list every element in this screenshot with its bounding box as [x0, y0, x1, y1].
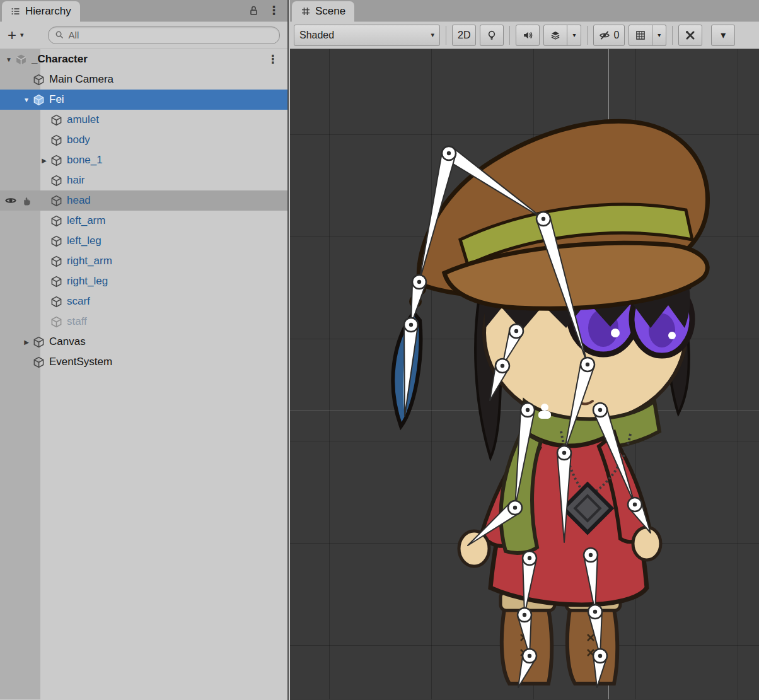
gameobject-icon — [50, 276, 62, 288]
foldout-collapsed-icon[interactable]: ▶ — [20, 339, 33, 346]
row-label: Canvas — [49, 335, 86, 348]
gameobject-icon — [50, 114, 62, 126]
grid-visibility-button[interactable] — [629, 25, 652, 46]
hierarchy-row-left-arm[interactable]: left_arm — [0, 211, 287, 231]
hierarchy-tabbar: Hierarchy ⋮ — [0, 0, 287, 21]
effects-layers-icon — [550, 30, 561, 41]
add-object-button[interactable]: + — [6, 28, 18, 43]
hierarchy-row-amulet[interactable]: amulet — [0, 110, 287, 130]
hidden-objects-count: 0 — [613, 30, 619, 41]
light-bulb-icon — [486, 30, 497, 41]
hierarchy-row-body[interactable]: body — [0, 130, 287, 150]
tab-scene-label: Scene — [315, 5, 345, 18]
hierarchy-list-icon — [11, 6, 21, 16]
hierarchy-row-character[interactable]: ▼ _Character ⋮ — [0, 49, 287, 69]
toolbar-separator — [509, 26, 510, 45]
mode-2d-label: 2D — [458, 30, 470, 41]
hierarchy-row-staff[interactable]: staff — [0, 312, 287, 332]
row-label: _Character — [32, 53, 88, 66]
foldout-expanded-icon[interactable]: ▼ — [20, 96, 33, 103]
chevron-down-icon: ▾ — [721, 29, 726, 41]
row-label: EventSystem — [49, 356, 112, 368]
gameobject-icon — [50, 175, 62, 187]
gameobject-icon — [33, 74, 45, 86]
unity-scene-icon — [15, 54, 27, 66]
search-input[interactable]: All — [48, 26, 280, 44]
gameobject-icon — [33, 336, 45, 348]
scene-tabbar: Scene — [290, 0, 759, 21]
shading-mode-dropdown[interactable]: Shaded ▾ — [294, 25, 440, 46]
row-label: staff — [67, 315, 87, 328]
row-label: head — [67, 194, 91, 207]
grid-settings-dropdown[interactable]: ▾ — [652, 25, 666, 46]
hierarchy-row-eventsystem[interactable]: EventSystem — [0, 352, 287, 372]
gameobject-icon — [33, 356, 45, 368]
scene-toolbar: Shaded ▾ 2D ▾ 0 — [290, 21, 759, 49]
scene-panel: Scene Shaded ▾ 2D ▾ 0 — [290, 0, 759, 700]
gameobject-icon — [50, 296, 62, 308]
scene-grid-icon — [301, 6, 311, 16]
hierarchy-row-scarf[interactable]: scarf — [0, 291, 287, 312]
gameobject-icon — [50, 255, 62, 267]
tab-hierarchy-label: Hierarchy — [25, 5, 71, 18]
hierarchy-row-head[interactable]: head — [0, 190, 287, 211]
chevron-down-icon: ▾ — [431, 31, 434, 39]
chevron-down-icon: ▾ — [658, 32, 661, 38]
visibility-eye-icon[interactable] — [4, 194, 17, 207]
gameobject-icon — [50, 316, 62, 328]
scene-effects-button[interactable] — [543, 25, 567, 46]
scene-options-icon[interactable]: ⋮ — [267, 52, 287, 66]
tab-scene[interactable]: Scene — [292, 1, 354, 21]
scene-tools-button[interactable] — [678, 25, 702, 46]
scene-effects-dropdown[interactable]: ▾ — [567, 25, 581, 46]
search-icon — [55, 30, 64, 40]
toolbar-overflow-dropdown[interactable]: ▾ — [711, 25, 735, 46]
row-label: scarf — [67, 295, 90, 308]
foldout-expanded-icon[interactable]: ▼ — [3, 56, 15, 63]
hierarchy-panel: Hierarchy ⋮ + ▾ All ▼ _Character ⋮ Main … — [0, 0, 289, 700]
row-label: Fei — [49, 93, 64, 106]
foldout-collapsed-icon[interactable]: ▶ — [38, 157, 50, 164]
hierarchy-row-main-camera[interactable]: Main Camera — [0, 69, 287, 90]
hierarchy-row-right-arm[interactable]: right_arm — [0, 251, 287, 271]
picking-hand-icon[interactable] — [20, 194, 33, 207]
hierarchy-toolbar: + ▾ All — [0, 21, 287, 49]
row-label: body — [67, 134, 90, 146]
search-text: All — [69, 30, 79, 40]
row-label: bone_1 — [67, 154, 103, 166]
toolbar-separator — [672, 26, 673, 45]
hierarchy-menu-icon[interactable]: ⋮ — [268, 4, 280, 16]
mode-2d-button[interactable]: 2D — [452, 25, 476, 46]
row-label: right_arm — [67, 255, 112, 267]
speaker-icon — [522, 30, 533, 41]
crossed-tools-icon — [685, 30, 696, 41]
gameobject-icon — [50, 195, 62, 207]
hierarchy-row-fei[interactable]: ▼ Fei — [0, 90, 287, 110]
gameobject-icon — [50, 215, 62, 227]
scene-lighting-button[interactable] — [480, 25, 504, 46]
row-label: right_leg — [67, 275, 108, 288]
hierarchy-row-bone-1[interactable]: ▶ bone_1 — [0, 150, 287, 170]
gameobject-icon — [50, 155, 62, 166]
lock-icon[interactable] — [248, 5, 259, 16]
hierarchy-row-left-leg[interactable]: left_leg — [0, 231, 287, 251]
row-label: hair — [67, 174, 84, 187]
prefab-icon — [33, 94, 45, 106]
tab-hierarchy[interactable]: Hierarchy — [2, 1, 80, 21]
gameobject-icon — [50, 235, 62, 247]
toolbar-separator — [446, 26, 446, 45]
hierarchy-row-hair[interactable]: hair — [0, 170, 287, 190]
gameobject-icon — [50, 134, 62, 146]
scene-viewport[interactable] — [290, 49, 759, 699]
row-label: left_arm — [67, 214, 105, 227]
row-label: Main Camera — [49, 73, 113, 86]
grid-icon — [635, 30, 646, 41]
hierarchy-tree: ▼ _Character ⋮ Main Camera ▼ Fei amulet … — [0, 49, 287, 699]
row-label: left_leg — [67, 235, 101, 247]
add-object-caret-icon[interactable]: ▾ — [20, 31, 24, 39]
row-label: amulet — [67, 114, 99, 126]
hierarchy-row-canvas[interactable]: ▶ Canvas — [0, 332, 287, 352]
scene-audio-button[interactable] — [516, 25, 540, 46]
hierarchy-row-right-leg[interactable]: right_leg — [0, 271, 287, 291]
hidden-objects-button[interactable]: 0 — [593, 25, 625, 46]
